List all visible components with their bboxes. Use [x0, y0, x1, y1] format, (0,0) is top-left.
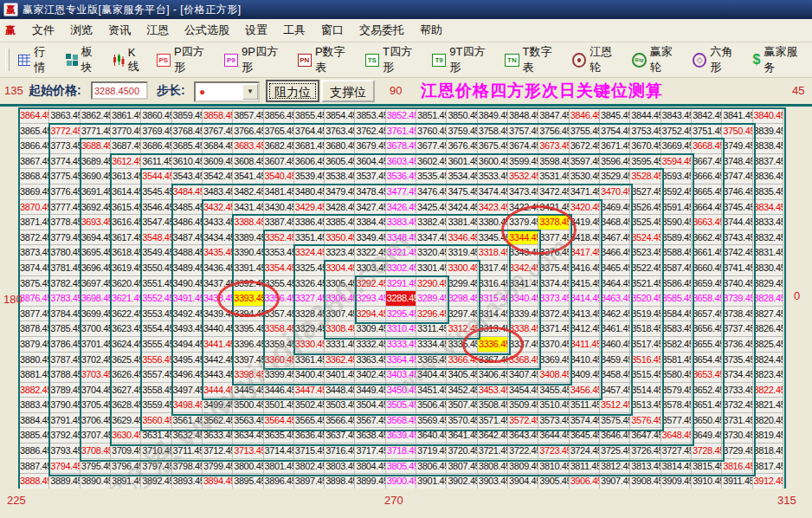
- step-combobox[interactable]: ● ▼: [194, 81, 260, 102]
- price-cell: 3513.45: [630, 398, 661, 413]
- toolbar-item-label: K线: [128, 46, 146, 74]
- toolbar-item-9t-square[interactable]: T9 9T四方形: [427, 42, 499, 78]
- price-cell: 3292.45: [355, 276, 385, 292]
- menu-item-file[interactable]: 文件: [24, 20, 62, 41]
- toolbar-item-winner-service[interactable]: $ 赢家服务: [748, 42, 812, 78]
- toolbar-item-t-number-table[interactable]: TN T数字表: [499, 42, 566, 78]
- menu-item-settings[interactable]: 设置: [237, 20, 275, 41]
- toolbar-item-gann-wheel[interactable]: 江恩轮: [567, 42, 628, 78]
- price-cell: 3325.45: [294, 261, 325, 276]
- toolbar-item-sectors[interactable]: 板块: [61, 42, 107, 78]
- combobox-dropdown-arrow-icon[interactable]: ▼: [242, 84, 258, 100]
- toolbar-item-quotes[interactable]: 行情: [13, 42, 61, 78]
- price-cell: 3570.45: [447, 413, 477, 429]
- price-cell: 3787.45: [49, 353, 80, 368]
- price-cell: 3404.45: [416, 367, 447, 383]
- price-cell: 3693.45: [81, 215, 111, 230]
- price-cell: 3597.45: [570, 154, 600, 170]
- price-cell: 3833.45: [753, 215, 783, 230]
- start-price-input[interactable]: [91, 81, 148, 100]
- price-cell: 3458.45: [600, 367, 630, 383]
- toolbar-item-winner-wheel[interactable]: Big 赢家轮: [627, 42, 687, 78]
- price-cell: 3748.45: [722, 154, 752, 170]
- toolbar-item-p-number-table[interactable]: PN P数字表: [293, 42, 360, 78]
- toolbar-item-kline[interactable]: K线: [107, 43, 151, 77]
- price-cell: 3845.45: [600, 108, 630, 124]
- price-cell: 3567.45: [355, 413, 385, 429]
- price-cell: 3770.45: [111, 124, 141, 139]
- price-cell: 3593.45: [661, 169, 692, 185]
- price-cell: 3561.45: [172, 413, 203, 429]
- price-cell: 3553.45: [141, 307, 171, 322]
- price-cell: 3797.45: [141, 459, 171, 475]
- price-cell: 3815.45: [692, 459, 722, 475]
- price-cell: 3484.45: [172, 185, 203, 200]
- menu-item-gann[interactable]: 江恩: [139, 20, 177, 41]
- toolbar-item-t-square[interactable]: TS T四方形: [360, 42, 427, 78]
- price-cell: 3616.45: [111, 215, 141, 230]
- price-cell: 3337.45: [508, 337, 538, 353]
- price-cell: 3387.45: [264, 215, 294, 230]
- price-cell: 3395.45: [233, 321, 263, 337]
- resistance-button[interactable]: 阻力位: [266, 80, 319, 102]
- price-cell: 3860.45: [141, 108, 171, 124]
- price-cell: 3912.45: [753, 474, 783, 489]
- price-cell: 3809.45: [508, 459, 538, 475]
- price-cell: 3390.45: [233, 245, 263, 261]
- price-cell: 3380.45: [478, 215, 508, 230]
- price-cell: 3642.45: [478, 428, 508, 444]
- quotes-table-icon: [18, 55, 30, 66]
- price-cell: 3654.45: [692, 353, 722, 368]
- price-cell: 3320.45: [416, 245, 447, 261]
- price-cell: 3791.45: [49, 413, 80, 429]
- price-cell: 3558.45: [141, 383, 171, 398]
- price-cell: 3295.45: [386, 307, 416, 322]
- price-cell: 3491.45: [172, 291, 203, 307]
- price-cell: 3737.45: [722, 321, 752, 337]
- price-cell: 3834.45: [753, 200, 783, 216]
- toolbar-item-hexagon[interactable]: ◇ 六角形: [687, 42, 748, 78]
- price-cell: 3832.45: [753, 230, 783, 246]
- price-cell: 3751.45: [692, 124, 722, 139]
- menu-item-help[interactable]: 帮助: [412, 20, 450, 41]
- price-cell: 3503.45: [325, 398, 355, 413]
- price-cell: 3881.45: [19, 367, 49, 383]
- price-cell: 3465.45: [600, 261, 630, 276]
- price-cell: 3543.45: [172, 169, 203, 185]
- menu-item-formula-stockpick[interactable]: 公式选股: [177, 20, 237, 41]
- price-cell: 3648.45: [661, 428, 692, 444]
- menu-item-window[interactable]: 窗口: [313, 20, 351, 41]
- menu-item-browse[interactable]: 浏览: [62, 20, 100, 41]
- price-cell: 3672.45: [570, 139, 600, 154]
- price-cell: 3710.45: [141, 444, 171, 459]
- price-cell: 3674.45: [508, 139, 538, 154]
- price-cell: 3488.45: [172, 245, 203, 261]
- price-cell: 3863.45: [49, 108, 80, 124]
- price-cell: 3312.45: [447, 321, 477, 337]
- price-cell: 3412.45: [570, 321, 600, 337]
- price-cell: 3675.45: [478, 139, 508, 154]
- price-cell: 3408.45: [538, 367, 569, 383]
- price-cell: 3446.45: [264, 383, 294, 398]
- price-cell: 3835.45: [753, 185, 783, 200]
- toolbar-item-p-square[interactable]: PS P四方形: [151, 42, 219, 78]
- angle-label-135: 135: [4, 84, 23, 97]
- bottom-label-strip: 225 270 315: [0, 489, 812, 518]
- price-cell: 3747.45: [722, 169, 752, 185]
- menu-item-tools[interactable]: 工具: [275, 20, 313, 41]
- price-cell: 3426.45: [386, 200, 416, 216]
- support-button[interactable]: 支撑位: [321, 80, 375, 102]
- price-cell: 3602.45: [416, 154, 447, 170]
- price-cell: 3822.45: [753, 383, 783, 398]
- price-square-grid: 3864.453863.453862.453861.453860.453859.…: [18, 107, 783, 489]
- t9-badge-icon: T9: [432, 54, 446, 67]
- price-cell: 3589.45: [661, 230, 692, 246]
- price-cell: 3783.45: [49, 291, 80, 307]
- price-cell: 3393.45: [233, 291, 263, 307]
- price-cell: 3696.45: [81, 261, 111, 276]
- menu-item-trade[interactable]: 交易委托: [351, 20, 412, 41]
- price-cell: 3818.45: [753, 444, 783, 459]
- menu-item-news[interactable]: 资讯: [100, 20, 139, 41]
- toolbar-item-9p-square[interactable]: P9 9P四方形: [219, 42, 293, 78]
- price-cell: 3551.45: [141, 276, 171, 292]
